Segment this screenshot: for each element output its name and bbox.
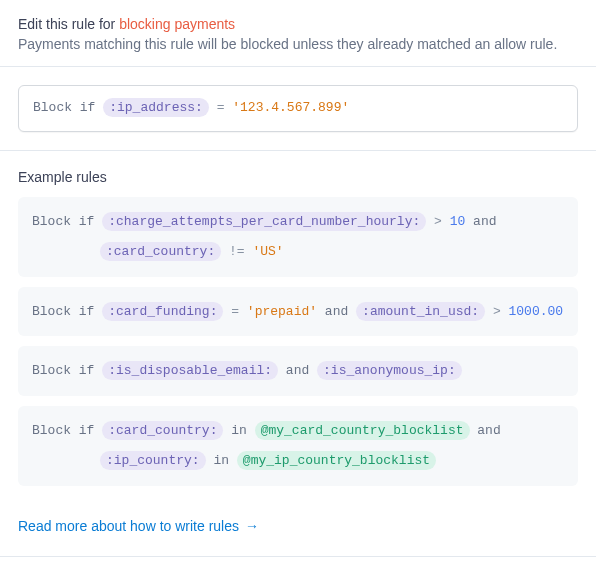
title-highlight: blocking payments — [119, 16, 235, 32]
token-num: 10 — [450, 214, 466, 229]
token-str: 'US' — [252, 244, 283, 259]
token-kw: and — [465, 214, 496, 229]
token-kw: and — [470, 423, 501, 438]
rule-prefix: Block if — [33, 100, 103, 115]
token-list: @my_ip_country_blocklist — [237, 451, 436, 470]
example-rule[interactable]: Block if :card_country: in @my_card_coun… — [18, 406, 578, 486]
token-kw: and — [278, 363, 317, 378]
help-link[interactable]: Read more about how to write rules → — [18, 518, 259, 534]
rule-value: '123.4.567.899' — [232, 100, 349, 115]
token-num: 1000.00 — [509, 304, 564, 319]
token-kw: Block if — [32, 214, 102, 229]
header: Edit this rule for blocking payments Pay… — [0, 0, 596, 66]
rule-input[interactable]: Block if :ip_address: = '123.4.567.899' — [18, 85, 578, 132]
example-rule[interactable]: Block if :card_funding: = 'prepaid' and … — [18, 287, 578, 337]
footer: Cancel Test rule — [0, 556, 596, 563]
token-op: > — [485, 304, 508, 319]
token-op: > — [426, 214, 449, 229]
examples-list: Block if :charge_attempts_per_card_numbe… — [18, 197, 578, 486]
token-kw: and — [317, 304, 356, 319]
examples-heading: Example rules — [18, 169, 578, 185]
example-rule[interactable]: Block if :is_disposable_email: and :is_a… — [18, 346, 578, 396]
token-field: :is_anonymous_ip: — [317, 361, 462, 380]
title-prefix: Edit this rule for — [18, 16, 119, 32]
help-link-text: Read more about how to write rules — [18, 518, 239, 534]
token-field: :charge_attempts_per_card_number_hourly: — [102, 212, 426, 231]
token-field: :card_country: — [102, 421, 223, 440]
rule-editor-section: Block if :ip_address: = '123.4.567.899' — [0, 67, 596, 150]
token-kw: in — [206, 453, 237, 468]
example-rule[interactable]: Block if :charge_attempts_per_card_numbe… — [18, 197, 578, 277]
token-kw: Block if — [32, 363, 102, 378]
token-kw: in — [223, 423, 254, 438]
rule-field-token: :ip_address: — [103, 98, 209, 117]
page-description: Payments matching this rule will be bloc… — [18, 36, 578, 52]
token-op: != — [221, 244, 252, 259]
token-kw: Block if — [32, 304, 102, 319]
examples-section: Example rules Block if :charge_attempts_… — [0, 151, 596, 504]
arrow-right-icon: → — [245, 518, 259, 534]
token-str: 'prepaid' — [247, 304, 317, 319]
token-list: @my_card_country_blocklist — [255, 421, 470, 440]
token-field: :card_country: — [100, 242, 221, 261]
token-field: :is_disposable_email: — [102, 361, 278, 380]
page-title: Edit this rule for blocking payments — [18, 16, 578, 32]
token-field: :ip_country: — [100, 451, 206, 470]
token-op: = — [223, 304, 246, 319]
token-field: :amount_in_usd: — [356, 302, 485, 321]
token-kw: Block if — [32, 423, 102, 438]
help-link-row: Read more about how to write rules → — [0, 504, 596, 556]
rule-operator: = — [209, 100, 232, 115]
token-field: :card_funding: — [102, 302, 223, 321]
